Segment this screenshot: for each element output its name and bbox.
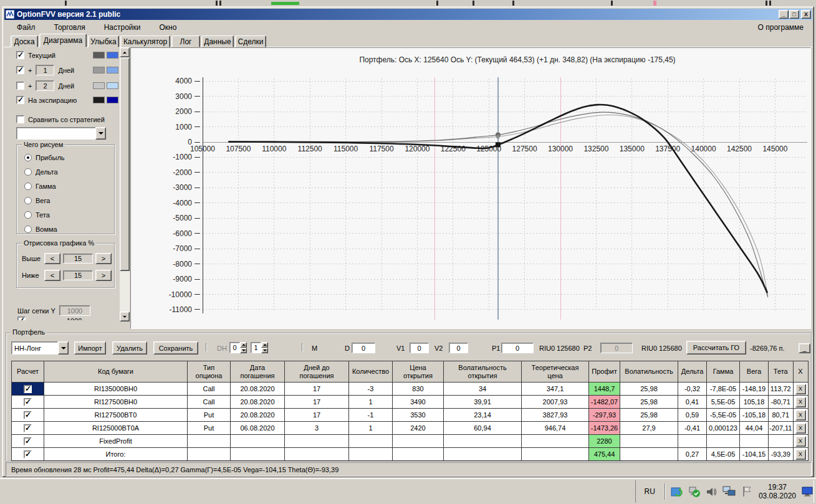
clock[interactable]: 19:37 03.08.2020	[759, 483, 796, 500]
column-header-4[interactable]: Дней до погашения	[285, 361, 349, 383]
draw-option-radio[interactable]	[24, 183, 32, 190]
dh-spinner-2-value[interactable]: 1	[251, 342, 261, 353]
row-calc-cell[interactable]	[12, 435, 44, 448]
clipped-checkbox[interactable]	[17, 316, 26, 320]
series-toggle-checkbox-3[interactable]	[16, 96, 24, 104]
draw-option-radio[interactable]	[24, 154, 32, 161]
save-button[interactable]: Сохранить	[153, 341, 198, 354]
draw-option-radio[interactable]	[24, 211, 32, 219]
dh-checkbox[interactable]	[206, 343, 207, 352]
series-toggle-checkbox-0[interactable]	[16, 51, 24, 59]
import-button[interactable]: Импорт	[74, 341, 106, 354]
column-header-10[interactable]: Волатильность	[620, 361, 678, 383]
scrollbar-thumb[interactable]	[120, 57, 130, 271]
draw-option-radio[interactable]	[24, 168, 32, 176]
row-calc-checkbox[interactable]	[24, 424, 32, 432]
p2-input[interactable]: 0	[600, 343, 633, 353]
show-desktop-icon[interactable]	[802, 486, 814, 497]
row-calc-cell[interactable]	[12, 448, 44, 461]
row-calc-checkbox[interactable]	[24, 450, 32, 459]
tab-Лог[interactable]: Лог	[171, 36, 200, 47]
column-header-7[interactable]: Волатильность открытия	[444, 361, 522, 383]
menu-item-0[interactable]: Файл	[17, 23, 36, 32]
column-header-6[interactable]: Цена открытия	[393, 361, 444, 383]
tab-Диаграмма[interactable]: Диаграмма	[39, 34, 87, 47]
network-icon[interactable]	[722, 486, 736, 497]
title-bar[interactable]: OptionFVV версия 2.1 public _ □ X	[4, 9, 812, 20]
strategy-select[interactable]: НН-Лонг	[11, 341, 69, 354]
row-delete-button[interactable]: X	[795, 384, 806, 394]
column-header-8[interactable]: Теоретическая цена	[522, 361, 589, 383]
column-header-13[interactable]: Вега	[740, 361, 769, 383]
series-days-input-2[interactable]: 2	[36, 80, 54, 91]
scroll-up-icon[interactable]	[120, 47, 130, 57]
row-calc-checkbox[interactable]	[24, 398, 32, 406]
dh-spinner-1[interactable]: 0	[229, 342, 247, 353]
maximize-button[interactable]: □	[789, 10, 799, 19]
strategy-combo[interactable]	[16, 127, 106, 140]
v1-input[interactable]: 0	[410, 343, 429, 353]
column-header-0[interactable]: Расчет	[12, 361, 44, 383]
row-delete-button[interactable]: X	[795, 449, 806, 460]
series-toggle-checkbox-2[interactable]	[16, 82, 24, 90]
profit-chart[interactable]: -11000-10000-9000-8000-7000-6000-5000-40…	[131, 48, 810, 328]
column-header-15[interactable]: X	[793, 361, 808, 383]
draw-option-Тета[interactable]: Тета	[24, 211, 50, 219]
row-calc-checkbox[interactable]	[24, 385, 32, 393]
chart-panel[interactable]: Портфель: Ось X: 125640 Ось Y: (Текущий …	[130, 47, 811, 329]
draw-option-Вега[interactable]: Вега	[24, 197, 50, 204]
range-value[interactable]: 15	[63, 270, 93, 280]
menu-item-2[interactable]: Настройки	[104, 23, 141, 32]
tab-Улыбка[interactable]: Улыбка	[88, 36, 119, 47]
range-inc-button[interactable]: >	[95, 270, 112, 281]
tab-Данные[interactable]: Данные	[201, 36, 234, 47]
menu-item-1[interactable]: Торговля	[54, 23, 85, 32]
draw-option-Прибыль[interactable]: Прибыль	[24, 154, 65, 161]
close-button[interactable]: X	[801, 10, 811, 19]
tab-Сделки[interactable]: Сделки	[235, 36, 266, 47]
column-header-9[interactable]: Профит	[589, 361, 620, 383]
row-delete-button[interactable]: X	[795, 410, 806, 421]
language-indicator[interactable]: RU	[641, 486, 659, 497]
row-calc-checkbox[interactable]	[24, 437, 32, 445]
row-calc-cell[interactable]	[12, 396, 44, 409]
row-delete-button[interactable]: X	[795, 436, 806, 447]
tab-Калькулятор[interactable]: Калькулятор	[120, 36, 170, 47]
row-delete-button[interactable]: X	[795, 397, 806, 407]
m-checkbox[interactable]	[302, 343, 303, 352]
spin-down-icon[interactable]	[261, 348, 268, 353]
p1-input[interactable]: 0	[501, 343, 534, 353]
column-header-2[interactable]: Тип опциона	[188, 361, 231, 383]
d-input[interactable]: 0	[352, 343, 375, 353]
column-header-14[interactable]: Тета	[769, 361, 794, 383]
column-header-12[interactable]: Гамма	[707, 361, 740, 383]
settings-scrollbar[interactable]	[120, 47, 130, 321]
spin-down-icon[interactable]	[240, 348, 247, 353]
range-value[interactable]: 15	[63, 254, 93, 264]
draw-option-radio[interactable]	[24, 226, 32, 233]
draw-option-Гамма[interactable]: Гамма	[24, 183, 56, 190]
calc-go-button[interactable]: Рассчитать ГО	[686, 341, 746, 354]
menu-about[interactable]: О программе	[758, 23, 812, 32]
row-delete-button[interactable]: X	[795, 423, 806, 434]
dh-spinner-2[interactable]: 1	[251, 342, 268, 353]
row-calc-cell[interactable]	[12, 383, 44, 396]
series-toggle-checkbox-1[interactable]	[16, 66, 24, 74]
minimize-button[interactable]: _	[779, 10, 789, 19]
dh-spinner-1-value[interactable]: 0	[229, 342, 240, 353]
row-calc-cell[interactable]	[12, 422, 44, 435]
update-icon[interactable]	[671, 486, 683, 498]
strategy-select-arrow[interactable]	[58, 341, 69, 354]
tab-Доска[interactable]: Доска	[11, 36, 38, 47]
strategy-combo-arrow[interactable]	[95, 127, 106, 140]
row-calc-checkbox[interactable]	[24, 411, 32, 419]
column-header-11[interactable]: Дельта	[678, 361, 707, 383]
column-header-5[interactable]: Количество	[349, 361, 393, 383]
compare-strategy-checkbox[interactable]	[16, 115, 24, 123]
spin-up-icon[interactable]	[240, 342, 247, 348]
delete-button[interactable]: Удалить	[112, 341, 147, 354]
flag-icon[interactable]	[742, 486, 753, 497]
range-dec-button[interactable]: <	[44, 270, 60, 281]
range-inc-button[interactable]: >	[95, 253, 112, 264]
series-days-input-1[interactable]: 1	[36, 65, 54, 75]
